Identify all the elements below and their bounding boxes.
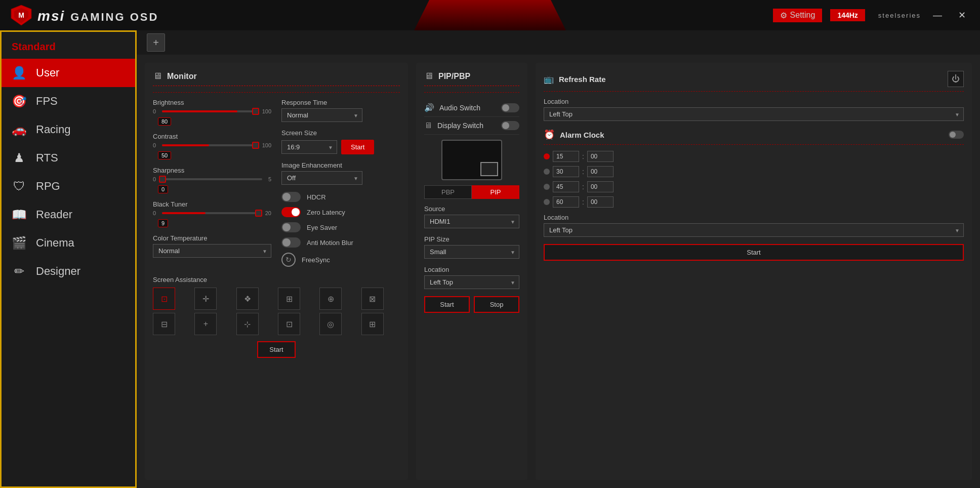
response-time-dropdown[interactable]: Normal Fast Fastest bbox=[281, 108, 362, 122]
contrast-max: 100 bbox=[262, 142, 271, 148]
alarm-location-label: Location bbox=[544, 214, 964, 221]
alarm-row-3: 45 : 00 bbox=[544, 181, 964, 192]
assist-icon-12[interactable]: ⊞ bbox=[361, 313, 384, 335]
pip-size-dropdown[interactable]: Small Medium Large bbox=[424, 245, 519, 259]
assist-icon-1[interactable]: ⊡ bbox=[153, 288, 175, 310]
alarm-minute-2[interactable]: 00 bbox=[587, 166, 614, 177]
assist-icon-9[interactable]: ⊹ bbox=[236, 313, 259, 335]
zero-latency-toggle[interactable] bbox=[281, 207, 301, 217]
sharpness-thumb[interactable] bbox=[159, 176, 166, 183]
screen-size-start-button[interactable]: Start bbox=[341, 140, 374, 154]
display-icon: 🖥 bbox=[424, 121, 432, 130]
image-enhancement-dropdown-wrapper: Off Low Medium High bbox=[281, 171, 362, 185]
hdcr-toggle[interactable] bbox=[281, 192, 301, 202]
freesync-row: ↻ FreeSync bbox=[281, 253, 400, 267]
add-tab-button[interactable]: + bbox=[147, 33, 165, 52]
pip-location-dropdown[interactable]: Left Top Left Bottom Right Top Right Bot… bbox=[424, 275, 519, 289]
alarm-hour-3[interactable]: 45 bbox=[553, 181, 579, 192]
black-tuner-min: 0 bbox=[153, 210, 156, 216]
racing-icon: 🚗 bbox=[12, 123, 27, 137]
assist-icon-8[interactable]: + bbox=[194, 313, 217, 335]
black-tuner-thumb[interactable] bbox=[255, 210, 262, 217]
display-switch-row: 🖥 Display Switch bbox=[424, 117, 519, 135]
minimize-button[interactable]: — bbox=[929, 8, 946, 23]
black-tuner-track[interactable] bbox=[162, 212, 259, 214]
screen-assistance-label: Screen Assistance bbox=[153, 276, 400, 283]
image-enhancement-dropdown[interactable]: Off Low Medium High bbox=[281, 171, 362, 185]
sidebar-item-user[interactable]: 👤 User bbox=[2, 59, 135, 87]
brightness-thumb[interactable] bbox=[252, 108, 259, 115]
alarm-location-dropdown[interactable]: Left Top Left Bottom Right Top Right Bot… bbox=[544, 223, 964, 237]
pbp-tab[interactable]: PBP bbox=[424, 185, 472, 199]
hdcr-knob bbox=[282, 193, 291, 201]
assist-icon-2[interactable]: ✛ bbox=[194, 288, 217, 310]
alarm-hour-4[interactable]: 60 bbox=[553, 196, 579, 208]
pip-stop-button[interactable]: Stop bbox=[474, 296, 519, 313]
audio-switch-label: Audio Switch bbox=[439, 104, 496, 112]
pip-source-dropdown[interactable]: HDMI1 HDMI2 DisplayPort bbox=[424, 215, 519, 228]
anti-motion-blur-toggle[interactable] bbox=[281, 237, 301, 248]
eye-saver-toggle[interactable] bbox=[281, 222, 301, 232]
color-temp-dropdown[interactable]: Normal Warm Cool Custom bbox=[153, 244, 271, 258]
panels: 🖥 Monitor Brightness 0 bbox=[137, 55, 980, 488]
audio-switch-toggle[interactable] bbox=[501, 103, 519, 112]
assist-icon-11[interactable]: ◎ bbox=[319, 313, 342, 335]
assist-icon-5[interactable]: ⊕ bbox=[319, 288, 342, 310]
sharpness-control: Sharpness 0 5 0 bbox=[153, 167, 271, 193]
sidebar-item-label-rpg: RPG bbox=[36, 180, 60, 193]
alarm-colon-4: : bbox=[582, 198, 584, 206]
black-tuner-slider-row: 0 20 bbox=[153, 210, 271, 216]
pip-icon: 🖥 bbox=[424, 71, 433, 82]
sharpness-track[interactable] bbox=[162, 178, 262, 180]
sidebar-item-fps[interactable]: 🎯 FPS bbox=[2, 87, 135, 115]
assist-icon-7[interactable]: ⊟ bbox=[153, 313, 175, 335]
pip-start-button[interactable]: Start bbox=[424, 296, 470, 313]
sidebar-item-reader[interactable]: 📖 Reader bbox=[2, 200, 135, 229]
rpg-icon: 🛡 bbox=[12, 179, 27, 193]
sidebar-item-designer[interactable]: ✏ Designer bbox=[2, 257, 135, 286]
sidebar-item-rpg[interactable]: 🛡 RPG bbox=[2, 172, 135, 200]
brightness-track[interactable] bbox=[162, 110, 256, 112]
alarm-start-button[interactable]: Start bbox=[544, 244, 964, 261]
monitor-left-col: Brightness 0 100 80 bbox=[153, 99, 271, 272]
monitor-start-button[interactable]: Start bbox=[257, 341, 295, 358]
assist-icon-6[interactable]: ⊠ bbox=[361, 288, 384, 310]
sidebar-item-rts[interactable]: ♟ RTS bbox=[2, 144, 135, 172]
contrast-track[interactable] bbox=[162, 144, 256, 146]
sidebar: Standard 👤 User 🎯 FPS 🚗 Racing ♟ RTS 🛡 R… bbox=[0, 30, 137, 488]
alarm-minute-4[interactable]: 00 bbox=[587, 196, 614, 208]
audio-icon: 🔊 bbox=[424, 103, 434, 112]
alarm-clock-title: Alarm Clock bbox=[560, 131, 604, 139]
zero-latency-label: Zero Latency bbox=[307, 209, 345, 216]
assist-icon-10[interactable]: ⊡ bbox=[278, 313, 300, 335]
alarm-hour-1[interactable]: 15 bbox=[553, 151, 579, 162]
refresh-rate-location-dropdown[interactable]: Left Top Left Bottom Right Top Right Bot… bbox=[544, 107, 964, 121]
close-button[interactable]: ✕ bbox=[954, 8, 970, 23]
response-time-dropdown-wrapper: Normal Fast Fastest bbox=[281, 108, 362, 122]
pip-tab[interactable]: PIP bbox=[472, 185, 519, 199]
alarm-hour-2[interactable]: 30 bbox=[553, 166, 579, 177]
display-switch-label: Display Switch bbox=[437, 121, 496, 130]
brightness-slider-row: 0 100 bbox=[153, 108, 271, 114]
alarm-minute-3[interactable]: 00 bbox=[587, 181, 614, 192]
sidebar-item-racing[interactable]: 🚗 Racing bbox=[2, 115, 135, 144]
refresh-rate-power-button[interactable]: ⏻ bbox=[948, 71, 964, 87]
pip-panel-header: 🖥 PIP/PBP bbox=[424, 71, 519, 86]
monitor-panel-header: 🖥 Monitor bbox=[153, 71, 400, 86]
pip-location-control: Location Left Top Left Bottom Right Top … bbox=[424, 266, 519, 289]
steelseries-logo: steelseries bbox=[878, 12, 921, 19]
sidebar-item-cinema[interactable]: 🎬 Cinema bbox=[2, 229, 135, 257]
screen-size-dropdown[interactable]: 16:9 4:3 Auto bbox=[281, 140, 337, 154]
assist-icon-4[interactable]: ⊞ bbox=[278, 288, 300, 310]
monitor-right-col: Response Time Normal Fast Fastest bbox=[281, 99, 400, 272]
eye-saver-toggle-row: Eye Saver bbox=[281, 222, 400, 232]
alarm-clock-toggle[interactable] bbox=[949, 131, 964, 139]
alarm-minute-1[interactable]: 00 bbox=[587, 151, 614, 162]
assist-icon-3[interactable]: ❖ bbox=[236, 288, 259, 310]
brightness-value: 80 bbox=[158, 117, 171, 126]
color-temp-control: Color Temperature Normal Warm Cool Custo… bbox=[153, 234, 271, 258]
contrast-thumb[interactable] bbox=[252, 142, 259, 149]
display-switch-toggle[interactable] bbox=[501, 121, 519, 130]
alarm-dot-2 bbox=[544, 169, 550, 175]
setting-button[interactable]: ⚙ Setting bbox=[773, 9, 823, 22]
